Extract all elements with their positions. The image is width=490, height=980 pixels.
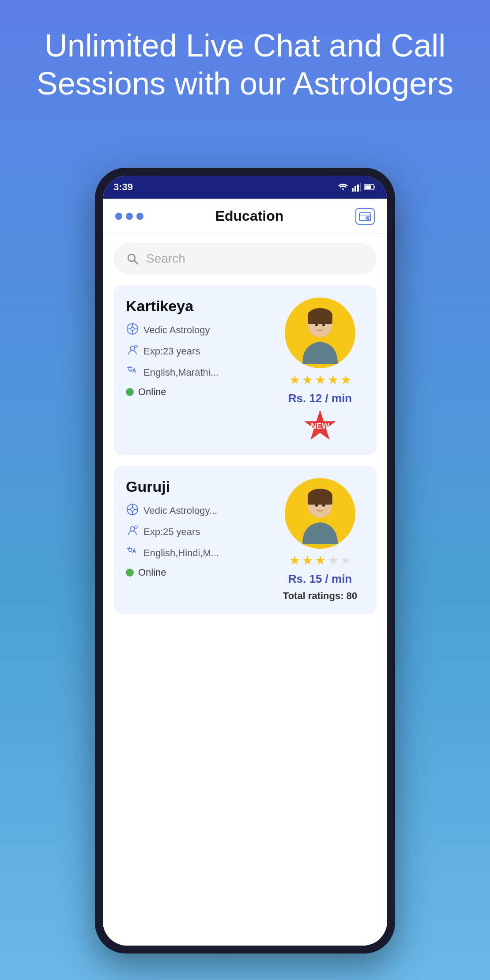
app-header: Education bbox=[103, 199, 387, 234]
svg-point-14 bbox=[131, 327, 134, 331]
online-text-1: Online bbox=[138, 386, 166, 398]
signal-icon bbox=[352, 183, 361, 192]
svg-rect-2 bbox=[357, 185, 359, 192]
astrology-icon-2 bbox=[126, 503, 139, 516]
specialty-icon-2 bbox=[126, 503, 139, 518]
astro-name-2: Guruji bbox=[126, 478, 276, 495]
specialty-row-1: Vedic Astrology bbox=[126, 323, 276, 338]
specialty-icon-1 bbox=[126, 323, 139, 338]
svg-rect-0 bbox=[352, 188, 354, 192]
astrologer-card-2[interactable]: Guruji Vedic Astrol bbox=[113, 466, 377, 614]
svg-point-34 bbox=[135, 526, 137, 528]
card-right-1: ★ ★ ★ ★ ★ Rs. 12 / min NEW bbox=[276, 298, 364, 443]
exp-text-2: Exp:25 years bbox=[143, 526, 200, 538]
new-badge-text-1: NEW bbox=[311, 422, 329, 431]
status-row-2: Online bbox=[126, 567, 276, 578]
exp-icon-2 bbox=[126, 524, 139, 539]
star-2-5: ★ bbox=[340, 553, 351, 568]
stars-1: ★ ★ ★ ★ ★ bbox=[289, 373, 351, 387]
avatar-svg-1 bbox=[289, 302, 351, 364]
main-content: Search Kartikeya bbox=[103, 234, 387, 946]
experience-icon-2 bbox=[126, 524, 139, 537]
exp-row-2: Exp:25 years bbox=[126, 524, 276, 539]
svg-point-39 bbox=[315, 504, 318, 507]
phone-screen: 3:39 bbox=[103, 176, 387, 946]
search-bar[interactable]: Search bbox=[113, 243, 377, 275]
dot-1 bbox=[115, 213, 122, 220]
star-2-1: ★ bbox=[289, 553, 300, 568]
status-bar: 3:39 bbox=[103, 176, 387, 199]
star-1-4: ★ bbox=[328, 373, 339, 387]
online-dot-2 bbox=[126, 569, 134, 577]
price-2: Rs. 15 / min bbox=[288, 572, 352, 586]
search-icon bbox=[126, 252, 139, 265]
svg-point-9 bbox=[366, 217, 369, 219]
exp-text-1: Exp:23 years bbox=[143, 346, 200, 357]
exp-icon-1 bbox=[126, 344, 139, 359]
svg-line-12 bbox=[134, 260, 138, 264]
avatar-1 bbox=[285, 298, 355, 368]
price-1: Rs. 12 / min bbox=[288, 392, 352, 405]
svg-rect-8 bbox=[359, 215, 371, 216]
astrologer-card-1[interactable]: Kartikeya Vedic Ast bbox=[113, 285, 377, 455]
status-icons bbox=[338, 183, 377, 192]
svg-rect-24 bbox=[308, 315, 332, 324]
svg-point-28 bbox=[131, 508, 134, 511]
experience-icon bbox=[126, 344, 139, 356]
svg-point-20 bbox=[135, 345, 137, 348]
wifi-icon bbox=[338, 183, 348, 192]
svg-point-25 bbox=[315, 324, 318, 326]
status-row-1: Online bbox=[126, 386, 276, 398]
lang-row-2: English,Hindi,M... bbox=[126, 546, 276, 561]
astro-name-1: Kartikeya bbox=[126, 298, 276, 315]
card-left-1: Kartikeya Vedic Ast bbox=[126, 298, 276, 404]
exp-row-1: Exp:23 years bbox=[126, 344, 276, 359]
online-text-2: Online bbox=[138, 567, 166, 578]
lang-icon-1 bbox=[126, 365, 139, 380]
svg-rect-38 bbox=[308, 496, 332, 505]
lang-row-1: English,Marathi... bbox=[126, 365, 276, 380]
lang-text-2: English,Hindi,M... bbox=[143, 547, 219, 559]
svg-rect-6 bbox=[365, 185, 371, 189]
phone-frame: 3:39 bbox=[95, 168, 395, 954]
star-1-5: ★ bbox=[340, 373, 351, 387]
specialty-text-2: Vedic Astrology... bbox=[143, 505, 217, 516]
hero-title: Unlimited Live Chat and Call Sessions wi… bbox=[0, 26, 490, 103]
menu-dots[interactable] bbox=[115, 213, 143, 220]
avatar-svg-2 bbox=[289, 482, 351, 544]
svg-rect-1 bbox=[354, 186, 356, 192]
astrology-icon bbox=[126, 323, 139, 335]
online-dot-1 bbox=[126, 388, 134, 396]
star-2-4: ★ bbox=[328, 553, 339, 568]
lang-text-1: English,Marathi... bbox=[143, 367, 219, 378]
svg-rect-3 bbox=[360, 183, 361, 192]
stars-2: ★ ★ ★ ★ ★ bbox=[289, 553, 351, 568]
star-1-3: ★ bbox=[315, 373, 326, 387]
language-icon-2 bbox=[126, 546, 139, 558]
star-1-1: ★ bbox=[289, 373, 300, 387]
total-ratings-2: Total ratings: 80 bbox=[283, 590, 357, 602]
svg-point-40 bbox=[322, 504, 325, 507]
battery-icon bbox=[364, 184, 377, 191]
avatar-2 bbox=[285, 478, 355, 549]
new-badge-1: NEW bbox=[304, 410, 337, 443]
wallet-button[interactable] bbox=[355, 208, 375, 225]
dot-3 bbox=[136, 213, 143, 220]
specialty-row-2: Vedic Astrology... bbox=[126, 503, 276, 518]
specialty-text-1: Vedic Astrology bbox=[143, 324, 210, 336]
status-time: 3:39 bbox=[113, 181, 133, 193]
star-1-2: ★ bbox=[302, 373, 313, 387]
svg-point-26 bbox=[322, 324, 325, 326]
language-icon bbox=[126, 365, 139, 377]
star-2-2: ★ bbox=[302, 553, 313, 568]
card-left-2: Guruji Vedic Astrol bbox=[126, 478, 276, 584]
dot-2 bbox=[126, 213, 133, 220]
card-right-2: ★ ★ ★ ★ ★ Rs. 15 / min Total ratings: 80 bbox=[276, 478, 364, 602]
star-2-3: ★ bbox=[315, 553, 326, 568]
wallet-icon bbox=[359, 211, 371, 222]
page-title: Education bbox=[215, 208, 284, 224]
svg-rect-5 bbox=[374, 186, 375, 188]
lang-icon-2 bbox=[126, 546, 139, 561]
search-placeholder: Search bbox=[146, 252, 185, 266]
